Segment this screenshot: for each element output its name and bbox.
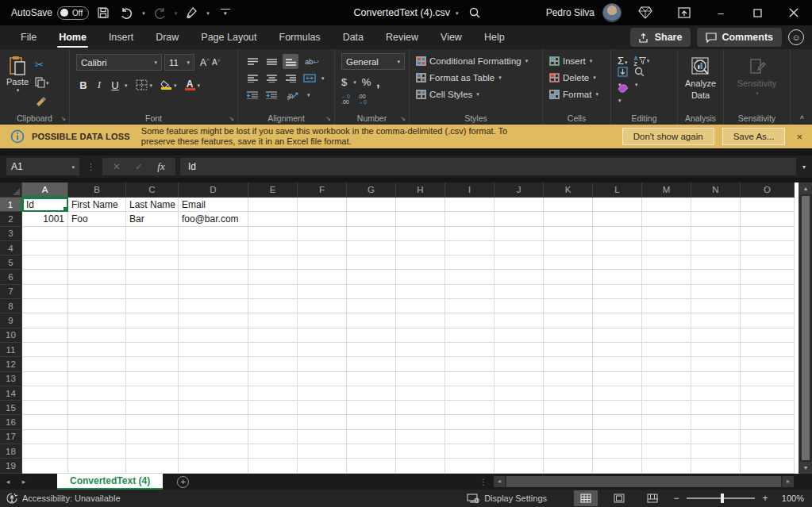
row-header-17[interactable]: 17 <box>0 430 22 444</box>
cell-D5[interactable] <box>179 255 248 270</box>
cell-L2[interactable] <box>593 212 642 226</box>
clear-button[interactable]: ▾ <box>618 84 629 105</box>
cell-F13[interactable] <box>298 372 347 386</box>
page-layout-view-button[interactable] <box>607 490 631 506</box>
sort-filter-button[interactable]: AZ ▾ <box>634 56 650 67</box>
cell-E10[interactable] <box>248 328 298 343</box>
cell-K1[interactable] <box>544 198 593 212</box>
cell-D4[interactable] <box>179 241 248 255</box>
zoom-slider[interactable] <box>687 497 755 499</box>
tab-help[interactable]: Help <box>473 25 516 49</box>
cell-H5[interactable] <box>396 255 445 270</box>
cell-G14[interactable] <box>347 386 396 401</box>
cell-M5[interactable] <box>642 255 691 270</box>
cell-H7[interactable] <box>396 285 445 299</box>
decrease-font-size-button[interactable]: A˅ <box>212 58 221 67</box>
cell-L19[interactable] <box>593 459 642 473</box>
cell-H6[interactable] <box>396 270 445 284</box>
column-header-B[interactable]: B <box>68 182 126 198</box>
underline-dropdown-icon[interactable]: ▾ <box>125 83 128 88</box>
cell-G4[interactable] <box>347 241 396 255</box>
cell-A9[interactable] <box>22 313 68 328</box>
row-header-13[interactable]: 13 <box>0 372 22 386</box>
cell-C3[interactable] <box>126 227 179 241</box>
cell-G10[interactable] <box>347 328 396 343</box>
cell-J2[interactable] <box>495 212 544 226</box>
cell-A12[interactable] <box>22 357 68 371</box>
cell-O6[interactable] <box>741 270 795 284</box>
align-right-button[interactable] <box>283 71 298 86</box>
align-left-button[interactable] <box>244 71 260 86</box>
cell-J4[interactable] <box>495 241 544 255</box>
cell-C5[interactable] <box>126 255 179 270</box>
cell-D2[interactable]: foo@bar.com <box>179 212 248 226</box>
user-name[interactable]: Pedro Silva <box>546 7 595 18</box>
cell-A5[interactable] <box>22 255 68 270</box>
cell-C17[interactable] <box>126 430 179 444</box>
cell-G7[interactable] <box>347 285 396 299</box>
comments-button[interactable]: Comments <box>697 28 782 47</box>
cell-G12[interactable] <box>347 357 396 371</box>
cell-L7[interactable] <box>593 285 642 299</box>
cell-D15[interactable] <box>179 401 248 415</box>
cell-J6[interactable] <box>495 270 544 284</box>
cell-D6[interactable] <box>179 270 248 284</box>
orientation-button[interactable]: ab <box>283 87 303 102</box>
undo-icon[interactable] <box>117 2 137 23</box>
increase-decimal-button[interactable]: ←0.00 <box>341 94 350 105</box>
cell-B6[interactable] <box>68 270 126 284</box>
cell-J8[interactable] <box>495 299 544 313</box>
cell-I5[interactable] <box>445 255 495 270</box>
format-as-table-button[interactable]: Format as Table▾ <box>416 69 542 86</box>
cell-E11[interactable] <box>248 343 298 357</box>
cell-K9[interactable] <box>544 313 593 328</box>
cell-N3[interactable] <box>691 227 741 241</box>
font-color-dropdown-icon[interactable]: ▾ <box>198 83 201 88</box>
orientation-dropdown-icon[interactable]: ▾ <box>307 92 310 98</box>
cell-I12[interactable] <box>445 357 495 371</box>
cell-J19[interactable] <box>495 459 544 473</box>
cell-J7[interactable] <box>495 285 544 299</box>
cell-H14[interactable] <box>396 386 445 401</box>
cell-B2[interactable]: Foo <box>68 212 126 226</box>
cell-N9[interactable] <box>691 313 741 328</box>
cell-F19[interactable] <box>298 459 347 473</box>
cell-D16[interactable] <box>179 415 248 429</box>
cell-F18[interactable] <box>298 444 347 459</box>
cell-C7[interactable] <box>126 285 179 299</box>
tab-insert[interactable]: Insert <box>98 25 144 49</box>
cell-I7[interactable] <box>445 285 495 299</box>
cell-A18[interactable] <box>22 444 68 459</box>
row-header-9[interactable]: 9 <box>0 313 22 328</box>
tab-bar-grip-icon[interactable]: ⋮ <box>479 478 487 486</box>
cell-K5[interactable] <box>544 255 593 270</box>
cell-F5[interactable] <box>298 255 347 270</box>
cell-H17[interactable] <box>396 430 445 444</box>
cell-J17[interactable] <box>495 430 544 444</box>
horizontal-scroll-thumb[interactable] <box>506 476 781 487</box>
cell-M4[interactable] <box>642 241 691 255</box>
cell-A6[interactable] <box>22 270 68 284</box>
borders-button[interactable] <box>136 79 148 90</box>
cell-F1[interactable] <box>298 198 347 212</box>
cell-G5[interactable] <box>347 255 396 270</box>
cell-M3[interactable] <box>642 227 691 241</box>
cell-F9[interactable] <box>298 313 347 328</box>
cell-B12[interactable] <box>68 357 126 371</box>
cell-O1[interactable] <box>741 198 795 212</box>
cell-E2[interactable] <box>248 212 298 226</box>
cell-B15[interactable] <box>68 401 126 415</box>
cell-D1[interactable]: Email <box>179 198 248 212</box>
cell-B11[interactable] <box>68 343 126 357</box>
number-format-select[interactable]: General▾ <box>341 53 405 70</box>
conditional-formatting-button[interactable]: Conditional Formatting▾ <box>416 52 542 69</box>
cell-A15[interactable] <box>22 401 68 415</box>
cell-J15[interactable] <box>495 401 544 415</box>
cell-B4[interactable] <box>68 241 126 255</box>
cell-B17[interactable] <box>68 430 126 444</box>
cell-C6[interactable] <box>126 270 179 284</box>
cell-I6[interactable] <box>445 270 495 284</box>
cell-E19[interactable] <box>248 459 298 473</box>
user-avatar[interactable] <box>602 3 622 22</box>
select-all-corner[interactable] <box>0 182 22 198</box>
